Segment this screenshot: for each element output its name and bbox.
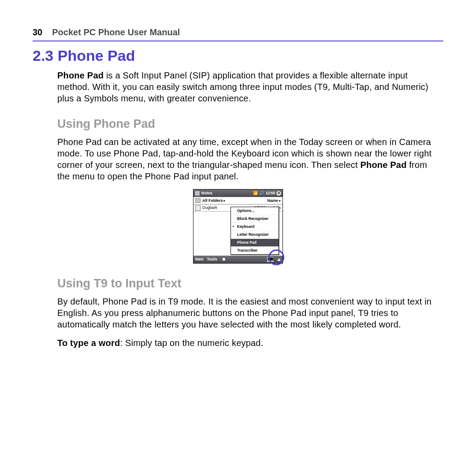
header-rule xyxy=(33,41,443,41)
screenshot-titlebar: Notes 📶 🔊 12:55 ✕ xyxy=(193,190,283,197)
tools-button: Tools xyxy=(207,257,217,261)
type-a-word-paragraph: To type a word: Simply tap on the numeri… xyxy=(57,337,439,349)
screenshot-bottombar: New Tools ⏺ ⌨ xyxy=(193,256,283,263)
running-header: 30 Pocket PC Phone User Manual xyxy=(33,26,443,38)
name-column-header: Name xyxy=(268,199,281,203)
rec-icon: ⏺ xyxy=(222,257,226,261)
menu-item-phone-pad: Phone Pad xyxy=(231,238,279,246)
menu-item-block-recognizer: Block Recognizer xyxy=(231,215,279,223)
sip-popup-menu: Options... Block Recognizer Keyboard Let… xyxy=(231,207,279,255)
screenshot-folder-row: All Folders Name xyxy=(193,197,283,205)
menu-item-options: Options... xyxy=(231,207,279,215)
intro-lead-term: Phone Pad xyxy=(57,71,104,80)
new-button: New xyxy=(195,257,204,261)
running-title: Pocket PC Phone User Manual xyxy=(52,26,180,38)
signal-icon: 📶 xyxy=(253,191,258,195)
keyboard-icon: ⌨ xyxy=(267,257,273,262)
screenshot-app-name: Notes xyxy=(201,191,212,195)
start-icon xyxy=(195,191,200,196)
using-paragraph-term: Phone Pad xyxy=(360,160,406,170)
folder-icon xyxy=(195,198,201,203)
subheading-using-phone-pad: Using Phone Pad xyxy=(57,116,443,132)
close-icon: ✕ xyxy=(276,191,281,196)
intro-paragraph: Phone Pad is a Soft Input Panel (SIP) ap… xyxy=(57,70,439,104)
type-a-word-lead: To type a word xyxy=(57,338,120,348)
speaker-icon: 🔊 xyxy=(259,191,264,195)
note-name: Dogbark xyxy=(202,206,217,210)
subheading-t9: Using T9 to Input Text xyxy=(57,276,443,291)
screenshot: Notes 📶 🔊 12:55 ✕ All Folders Name Dogba… xyxy=(193,189,283,264)
sip-menu-triangle-icon xyxy=(277,258,281,261)
menu-item-letter-recognizer: Letter Recognizer xyxy=(231,231,279,238)
t9-paragraph: By default, Phone Pad is in T9 mode. It … xyxy=(57,296,439,330)
folder-dropdown: All Folders xyxy=(202,199,225,203)
menu-item-transcriber: Transcriber xyxy=(231,246,279,254)
note-icon xyxy=(195,205,201,211)
intro-lead-rest: is a Soft Input Panel (SIP) application … xyxy=(57,71,428,103)
section-heading: 2.3 Phone Pad xyxy=(33,46,443,65)
page-number: 30 xyxy=(33,26,42,38)
type-a-word-rest: : Simply tap on the numeric keypad. xyxy=(120,338,263,348)
screenshot-clock: 12:55 xyxy=(265,191,275,195)
menu-item-keyboard: Keyboard xyxy=(231,223,279,231)
using-paragraph: Phone Pad can be activated at any time, … xyxy=(57,136,439,182)
